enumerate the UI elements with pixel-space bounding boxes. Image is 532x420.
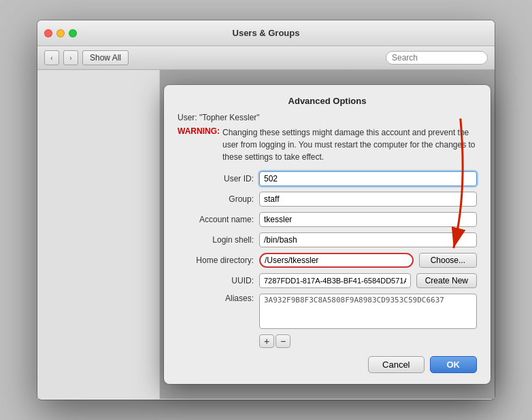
aliases-row: Aliases: 3A932F9B8F3C8A5808F9A8983CD9353… xyxy=(178,294,477,329)
dialog-title: Advanced Options xyxy=(164,85,491,113)
toolbar: ‹ › Show All xyxy=(37,46,495,70)
titlebar: Users & Groups xyxy=(37,20,495,46)
home-directory-input[interactable] xyxy=(259,253,414,268)
warning-text: Changing these settings might damage thi… xyxy=(222,126,477,163)
dialog-footer: Cancel OK xyxy=(164,356,491,373)
aliases-label: Aliases: xyxy=(178,294,259,303)
cancel-button[interactable]: Cancel xyxy=(368,356,424,373)
group-label: Group: xyxy=(178,194,259,204)
ok-button[interactable]: OK xyxy=(430,356,478,373)
home-directory-input-wrap xyxy=(259,253,414,268)
show-all-button[interactable]: Show All xyxy=(82,50,129,65)
search-input[interactable] xyxy=(386,51,488,65)
add-alias-button[interactable]: + xyxy=(259,334,274,348)
user-id-input[interactable] xyxy=(259,171,477,186)
home-directory-row: Home directory: Choose... xyxy=(178,253,477,268)
user-label: User: "Topher Kessler" xyxy=(178,113,477,122)
account-name-label: Account name: xyxy=(178,215,259,224)
account-name-input[interactable] xyxy=(259,212,477,227)
aliases-textarea[interactable]: 3A932F9B8F3C8A5808F9A8983CD9353C59DC6637 xyxy=(259,294,477,329)
traffic-lights xyxy=(44,29,77,37)
group-row: Group: xyxy=(178,192,477,207)
remove-alias-button[interactable]: − xyxy=(276,334,290,348)
window-title: Users & Groups xyxy=(233,28,300,38)
plus-minus-row: + − xyxy=(259,334,477,348)
sidebar xyxy=(37,70,160,399)
close-button[interactable] xyxy=(44,29,52,37)
home-directory-label: Home directory: xyxy=(178,256,259,265)
modal-overlay: Advanced Options User: "Topher Kessler" … xyxy=(160,70,495,399)
uuid-row: UUID: Create New xyxy=(178,273,477,288)
back-button[interactable]: ‹ xyxy=(44,50,59,65)
user-id-label: User ID: xyxy=(178,174,259,183)
forward-button[interactable]: › xyxy=(63,50,78,65)
minimize-button[interactable] xyxy=(56,29,65,37)
main-content: Advanced Options User: "Topher Kessler" … xyxy=(160,70,495,399)
user-id-row: User ID: xyxy=(178,171,477,186)
group-input[interactable] xyxy=(259,192,477,207)
uuid-label: UUID: xyxy=(178,276,259,285)
window-content: Advanced Options User: "Topher Kessler" … xyxy=(37,70,495,399)
account-name-row: Account name: xyxy=(178,212,477,227)
advanced-options-dialog: Advanced Options User: "Topher Kessler" … xyxy=(164,85,491,384)
maximize-button[interactable] xyxy=(69,29,77,37)
dialog-body: User: "Topher Kessler" WARNING: Changing… xyxy=(164,113,491,348)
os-window: Users & Groups ‹ › Show All Advanced Opt… xyxy=(37,20,495,400)
choose-button[interactable]: Choose... xyxy=(419,253,477,268)
warning-label: WARNING: xyxy=(178,126,220,163)
login-shell-input[interactable] xyxy=(259,232,477,247)
login-shell-label: Login shell: xyxy=(178,235,259,245)
uuid-input[interactable] xyxy=(259,273,411,288)
login-shell-row: Login shell: xyxy=(178,232,477,247)
create-new-button[interactable]: Create New xyxy=(416,273,477,288)
warning-box: WARNING: Changing these settings might d… xyxy=(178,126,477,163)
